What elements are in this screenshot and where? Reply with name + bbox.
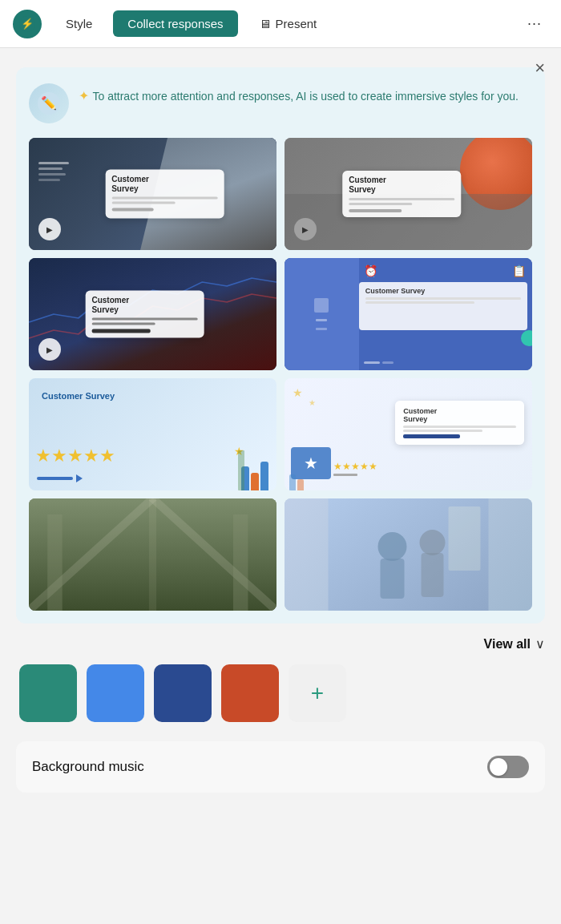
main-content: × ✏️ ✦ To attract more attention and res…	[0, 48, 561, 924]
timer-icon: ⏰	[364, 264, 377, 277]
thumb-title-5: Customer Survey	[42, 391, 115, 401]
color-swatch-teal[interactable]	[19, 664, 77, 722]
svg-rect-15	[449, 506, 481, 571]
svg-rect-8	[47, 514, 63, 611]
play-button-2[interactable]: ▶	[294, 218, 317, 240]
thumb-card-2: CustomerSurvey	[342, 171, 461, 217]
chevron-down-icon: ∨	[535, 636, 545, 652]
svg-rect-14	[422, 553, 444, 597]
thumbnail-3[interactable]: CustomerSurvey ▶	[29, 258, 276, 370]
color-swatch-orange-red[interactable]	[221, 664, 279, 722]
present-button[interactable]: 🖥 Present	[244, 10, 332, 37]
thumbnail-7[interactable]	[29, 498, 276, 611]
collect-responses-button[interactable]: Collect responses	[113, 10, 237, 37]
play-button-3[interactable]: ▶	[38, 338, 61, 361]
ai-banner: ✏️ ✦ To attract more attention and respo…	[29, 83, 532, 123]
color-swatch-blue[interactable]	[87, 664, 144, 722]
thumbnail-2[interactable]: CustomerSurvey ▶	[285, 138, 532, 250]
thumb-card-6: CustomerSurvey	[395, 401, 524, 445]
style-button[interactable]: Style	[51, 10, 107, 37]
svg-point-11	[378, 532, 407, 561]
svg-point-13	[420, 530, 446, 555]
color-swatch-dark-blue[interactable]	[154, 664, 212, 722]
top-nav: ⚡ Style Collect responses 🖥 Present ···	[0, 0, 561, 48]
app-logo: ⚡	[13, 10, 42, 38]
view-all-row[interactable]: View all ∨	[16, 636, 545, 652]
toggle-knob	[490, 758, 507, 776]
thumbnail-8[interactable]	[285, 498, 532, 611]
ai-icon: ✏️	[29, 83, 69, 123]
thumb-card-1: CustomerSurvey	[105, 170, 224, 219]
thumbnail-grid: CustomerSurvey ▶ CustomerSurvey	[29, 138, 532, 611]
color-swatches-row: +	[16, 664, 545, 722]
close-button[interactable]: ×	[535, 59, 545, 77]
thumbnail-6[interactable]: ★ ★★★★★ CustomerSurvey	[285, 378, 532, 490]
svg-rect-12	[381, 559, 405, 599]
play-button-1[interactable]: ▶	[38, 218, 61, 240]
background-music-row: Background music	[16, 741, 545, 793]
music-toggle[interactable]	[487, 756, 529, 778]
thumb-title-1: CustomerSurvey	[111, 175, 217, 194]
thumbnail-4[interactable]: ⏰ 📋 Customer Survey	[285, 258, 532, 370]
thumb-4-content-card: Customer Survey	[359, 282, 527, 330]
thumbnail-5[interactable]: Customer Survey ★★★★★ ★	[29, 378, 276, 490]
thumb-card-3: CustomerSurvey	[85, 291, 204, 338]
document-icon: 📋	[512, 264, 526, 277]
svg-rect-9	[233, 514, 248, 611]
svg-text:✏️: ✏️	[41, 95, 57, 111]
svg-text:⚡: ⚡	[21, 17, 34, 30]
thumb-4-left-panel	[285, 258, 359, 370]
sparkle-icon: ✦	[79, 89, 92, 103]
music-label: Background music	[32, 759, 144, 775]
thumbnail-1[interactable]: CustomerSurvey ▶	[29, 138, 276, 250]
add-color-button[interactable]: +	[289, 664, 346, 722]
monitor-icon: 🖥	[259, 17, 271, 30]
view-all-label: View all	[484, 637, 531, 652]
ai-description: ✦ To attract more attention and response…	[79, 83, 519, 106]
ai-styles-panel: ✏️ ✦ To attract more attention and respo…	[16, 67, 545, 623]
more-menu-button[interactable]: ···	[521, 12, 548, 35]
